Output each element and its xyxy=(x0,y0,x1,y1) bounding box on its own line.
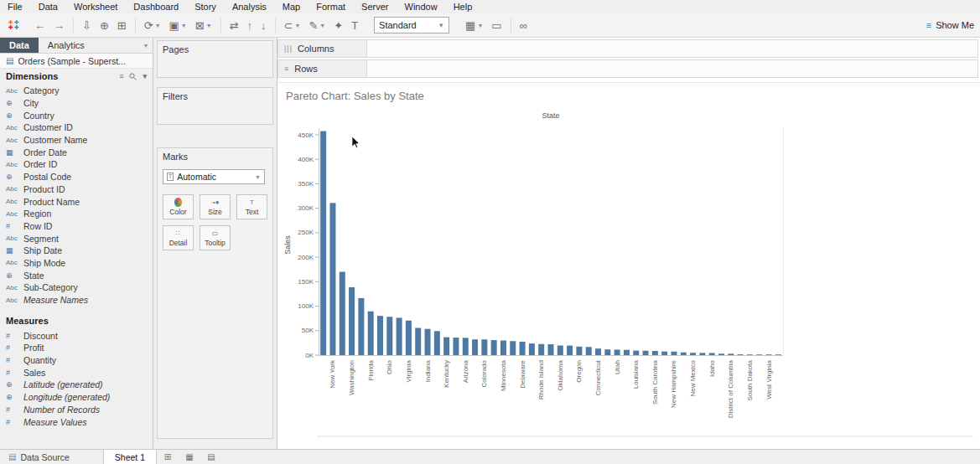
menu-dashboard[interactable]: Dashboard xyxy=(133,2,179,12)
bar-north-dakota[interactable] xyxy=(775,354,781,355)
field-ship-date[interactable]: ▦Ship Date xyxy=(0,245,153,257)
sort-ascending-button[interactable]: ↑ xyxy=(243,16,257,34)
bar-michigan[interactable] xyxy=(397,317,402,355)
bar-new-york[interactable] xyxy=(329,203,335,355)
bar-montana[interactable] xyxy=(681,353,687,355)
field-product-name[interactable]: AbcProduct Name xyxy=(0,195,153,208)
bar-district-of-columbia[interactable] xyxy=(728,353,734,355)
field-longitude-generated-[interactable]: ⊕Longitude (generated) xyxy=(0,391,153,404)
bar-new-jersey[interactable] xyxy=(453,338,459,355)
show-me-button[interactable]: ≡ Show Me xyxy=(926,20,975,30)
show-mark-labels-button[interactable]: ✎▼ xyxy=(304,16,329,34)
field-sub-category[interactable]: AbcSub-Category xyxy=(0,281,153,294)
field-latitude-generated-[interactable]: ⊕Latitude (generated) xyxy=(0,379,153,391)
bar-vermont[interactable] xyxy=(643,351,649,355)
save-button[interactable]: ⇩ xyxy=(78,16,96,34)
field-measure-values[interactable]: #Measure Values xyxy=(0,415,153,428)
menu-data[interactable]: Data xyxy=(39,2,58,12)
bar-new-mexico[interactable] xyxy=(690,353,696,355)
field-discount[interactable]: #Discount xyxy=(0,329,153,342)
bar-wyoming[interactable] xyxy=(738,354,744,355)
menu-analysis[interactable]: Analysis xyxy=(232,2,267,12)
bar-delaware[interactable] xyxy=(520,342,526,355)
field-country[interactable]: ⊕Country xyxy=(0,109,153,121)
bar-massachusetts[interactable] xyxy=(510,341,516,355)
menu-server[interactable]: Server xyxy=(361,2,388,12)
bar-illinois[interactable] xyxy=(377,316,383,355)
bar-mississippi[interactable] xyxy=(624,350,630,355)
field-order-date[interactable]: ▦Order Date xyxy=(0,146,153,158)
field-postal-code[interactable]: ⊕Postal Code xyxy=(0,171,153,183)
duplicate-sheet-button[interactable]: ▣▼ xyxy=(165,16,191,34)
caret-down-icon[interactable]: ▾ xyxy=(143,72,147,80)
bar-arkansas[interactable] xyxy=(604,349,610,355)
new-worksheet-button[interactable]: ⊞ xyxy=(113,16,131,34)
bar-florida[interactable] xyxy=(368,312,374,355)
bar-alabama[interactable] xyxy=(567,346,573,355)
field-product-id[interactable]: AbcProduct ID xyxy=(0,183,153,196)
bar-idaho[interactable] xyxy=(709,353,715,355)
bar-indiana[interactable] xyxy=(425,329,431,355)
bar-maine[interactable] xyxy=(756,354,762,355)
bar-nebraska[interactable] xyxy=(661,352,667,355)
bar-ohio[interactable] xyxy=(386,317,392,355)
add-data-source-button[interactable]: ⊕ xyxy=(96,16,113,34)
bar-wisconsin[interactable] xyxy=(472,339,478,355)
bar-oklahoma[interactable] xyxy=(557,345,563,355)
tab-data[interactable]: Data xyxy=(0,38,39,53)
field-row-id[interactable]: #Row ID xyxy=(0,220,153,233)
back-button[interactable]: ← xyxy=(30,16,49,34)
forward-button[interactable]: → xyxy=(49,16,69,34)
clear-sheet-button[interactable]: ⊠▼ xyxy=(191,16,216,34)
list-view-icon[interactable]: ≡ xyxy=(119,72,123,80)
bar-nevada[interactable] xyxy=(586,347,592,355)
share-workbook-button[interactable]: ∞ xyxy=(516,16,531,34)
field-customer-name[interactable]: AbcCustomer Name xyxy=(0,134,153,147)
size-button[interactable]: ·•●Size xyxy=(200,194,231,219)
bar-connecticut[interactable] xyxy=(595,348,601,355)
menu-worksheet[interactable]: Worksheet xyxy=(74,2,117,12)
data-pane-menu-caret-icon[interactable]: ▾ xyxy=(139,38,153,53)
bar-west-virginia[interactable] xyxy=(766,354,772,355)
field-city[interactable]: ⊕City xyxy=(0,97,153,110)
bar-missouri[interactable] xyxy=(548,344,554,355)
field-number-of-records[interactable]: #Number of Records xyxy=(0,404,153,416)
bar-north-carolina[interactable] xyxy=(415,328,421,355)
bar-south-dakota[interactable] xyxy=(747,354,753,355)
tableau-logo-icon[interactable]: ✚✚✚✚ xyxy=(8,20,20,30)
bar-washington[interactable] xyxy=(349,287,355,355)
field-order-id[interactable]: AbcOrder ID xyxy=(0,158,153,171)
new-story-button[interactable]: ▤ xyxy=(200,450,222,464)
swap-axes-button[interactable]: ⇄ xyxy=(226,16,243,34)
fit-button[interactable]: ▦▼ xyxy=(461,16,487,34)
datasource-item[interactable]: ▤ Orders (Sample - Superst... xyxy=(0,54,153,69)
find-field-icon[interactable] xyxy=(129,73,137,80)
bar-texas[interactable] xyxy=(340,272,345,355)
refresh-button[interactable]: ⟳▼ xyxy=(140,16,165,34)
bar-georgia[interactable] xyxy=(434,331,440,355)
presentation-mode-button[interactable]: ▭ xyxy=(487,16,506,34)
field-quantity[interactable]: #Quantity xyxy=(0,354,153,367)
pages-shelf[interactable]: Pages xyxy=(157,40,273,78)
marks-card[interactable]: Marks T Automatic ▼ Color·•●SizeTText∷De… xyxy=(157,147,273,439)
data-source-tab[interactable]: ▤ Data Source xyxy=(0,450,78,464)
bar-tennessee[interactable] xyxy=(491,340,497,355)
bar-colorado[interactable] xyxy=(481,339,487,355)
filters-shelf[interactable]: Filters xyxy=(157,87,273,125)
detail-button[interactable]: ∷Detail xyxy=(163,225,194,250)
bar-pennsylvania[interactable] xyxy=(358,298,364,355)
view-mode-select[interactable]: Standard ▼ xyxy=(374,17,449,34)
bar-virginia[interactable] xyxy=(406,321,412,355)
field-segment[interactable]: AbcSegment xyxy=(0,232,153,245)
columns-shelf[interactable]: ||| Columns xyxy=(277,39,978,58)
bar-utah[interactable] xyxy=(614,349,620,355)
rows-shelf[interactable]: ≡ Rows xyxy=(277,59,978,78)
sheet-tab-sheet1[interactable]: Sheet 1 xyxy=(103,450,157,464)
bar-maryland[interactable] xyxy=(529,343,535,355)
bar-oregon[interactable] xyxy=(576,347,582,355)
group-members-button[interactable]: ⊂▼ xyxy=(280,16,305,34)
field-region[interactable]: AbcRegion xyxy=(0,208,153,220)
tooltip-button[interactable]: ▭Tooltip xyxy=(200,225,231,250)
new-worksheet-button[interactable]: ⊞ xyxy=(157,450,179,464)
menu-map[interactable]: Map xyxy=(283,2,300,12)
